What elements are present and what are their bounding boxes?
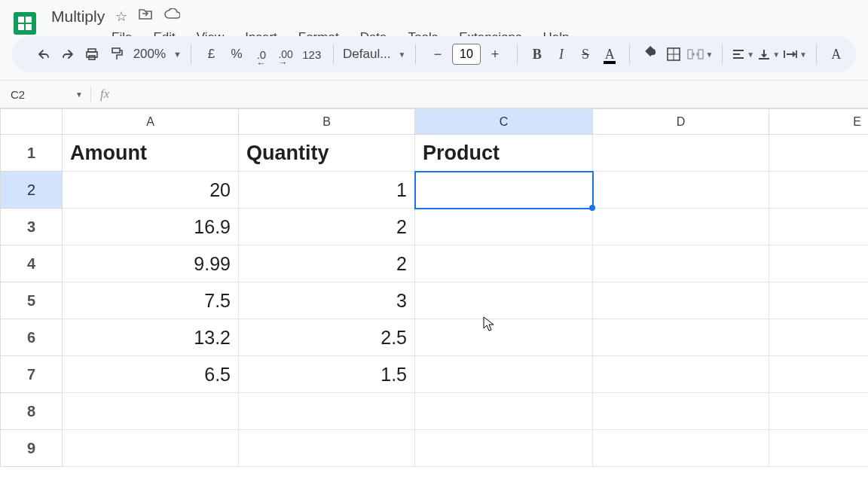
cell-D5[interactable] (593, 282, 769, 319)
toolbar-divider (333, 44, 334, 64)
column-header-A[interactable]: A (63, 109, 239, 135)
undo-button[interactable] (33, 41, 54, 67)
star-icon[interactable]: ☆ (115, 8, 127, 25)
cell-B7[interactable]: 1.5 (239, 356, 415, 393)
bold-button[interactable]: B (527, 41, 548, 67)
cell-A3[interactable]: 16.9 (63, 209, 239, 246)
cell-C9[interactable] (415, 430, 593, 467)
cell-E3[interactable] (769, 209, 869, 246)
cell-C2[interactable] (415, 172, 593, 209)
paint-format-button[interactable] (105, 41, 127, 67)
cell-D4[interactable] (593, 246, 769, 282)
cell-C6[interactable] (415, 319, 593, 356)
column-header-B[interactable]: B (239, 109, 415, 135)
svg-rect-3 (112, 48, 120, 53)
cell-E8[interactable] (769, 393, 869, 430)
cell-D9[interactable] (593, 430, 769, 467)
cell-E7[interactable] (769, 356, 869, 393)
name-box-caret-icon[interactable]: ▼ (68, 90, 90, 99)
column-header-D[interactable]: D (593, 109, 769, 135)
merge-cells-button[interactable]: ▼ (687, 41, 713, 67)
cell-B8[interactable] (239, 393, 415, 430)
spreadsheet-grid[interactable]: ABCDE1AmountQuantityProduct2201316.9249.… (0, 108, 868, 488)
cell-C4[interactable] (415, 246, 593, 282)
cell-B4[interactable]: 2 (239, 246, 415, 282)
strikethrough-button[interactable]: S (575, 41, 596, 67)
cell-B2[interactable]: 1 (239, 172, 415, 209)
cell-D6[interactable] (593, 319, 769, 356)
row-header-7[interactable]: 7 (1, 356, 63, 393)
increase-decimal-button[interactable]: .00→ (275, 41, 296, 67)
cell-D3[interactable] (593, 209, 769, 246)
row-header-9[interactable]: 9 (1, 430, 63, 467)
app-icon-sheets[interactable] (9, 8, 41, 39)
font-size-input[interactable]: 10 (452, 44, 481, 65)
cell-E1[interactable] (769, 135, 869, 172)
document-title[interactable]: Multiply (51, 8, 105, 26)
row-header-6[interactable]: 6 (1, 319, 63, 356)
redo-button[interactable] (57, 41, 78, 67)
cell-E4[interactable] (769, 246, 869, 282)
cell-A6[interactable]: 13.2 (63, 319, 239, 356)
cell-E9[interactable] (769, 430, 869, 467)
fill-color-button[interactable] (639, 41, 660, 67)
italic-button[interactable]: I (551, 41, 572, 67)
decrease-decimal-button[interactable]: .0← (251, 41, 272, 67)
zoom-caret-icon[interactable]: ▼ (173, 50, 182, 59)
cell-B5[interactable]: 3 (239, 282, 415, 319)
column-header-C[interactable]: C (415, 109, 593, 135)
cell-C8[interactable] (415, 393, 593, 430)
row-header-2[interactable]: 2 (1, 172, 63, 209)
cell-A8[interactable] (63, 393, 239, 430)
text-wrap-button[interactable]: ▼ (783, 41, 807, 67)
row-header-3[interactable]: 3 (1, 209, 63, 246)
name-box[interactable]: C2 (6, 88, 68, 101)
formula-input[interactable] (115, 88, 868, 101)
cell-B6[interactable]: 2.5 (239, 319, 415, 356)
cell-A9[interactable] (63, 430, 239, 467)
cell-E2[interactable] (769, 172, 869, 209)
cell-B9[interactable] (239, 430, 415, 467)
cloud-status-icon[interactable] (164, 8, 180, 25)
decrease-font-size-button[interactable]: − (425, 41, 451, 67)
percent-format-button[interactable]: % (225, 41, 248, 67)
cell-D8[interactable] (593, 393, 769, 430)
cell-D2[interactable] (593, 172, 769, 209)
cell-D7[interactable] (593, 356, 769, 393)
row-header-5[interactable]: 5 (1, 282, 63, 319)
row-header-1[interactable]: 1 (1, 135, 63, 172)
currency-format-button[interactable]: £ (200, 41, 223, 67)
row-header-4[interactable]: 4 (1, 246, 63, 282)
horizontal-align-button[interactable]: ▼ (732, 41, 754, 67)
toolbar-divider (816, 44, 817, 64)
more-options-button[interactable]: A (826, 41, 847, 67)
text-color-button[interactable]: A (599, 41, 620, 67)
font-family-dropdown[interactable]: Defaul... ▼ (343, 47, 406, 62)
vertical-align-button[interactable]: ▼ (757, 41, 780, 67)
cell-C5[interactable] (415, 282, 593, 319)
row-header-8[interactable]: 8 (1, 393, 63, 430)
cell-A5[interactable]: 7.5 (63, 282, 239, 319)
zoom-dropdown[interactable]: 200% (130, 47, 169, 62)
cell-C1[interactable]: Product (415, 135, 593, 172)
toolbar-divider (191, 44, 191, 64)
print-button[interactable] (81, 41, 102, 67)
toolbar-divider (517, 44, 518, 64)
cell-B1[interactable]: Quantity (239, 135, 415, 172)
cell-C7[interactable] (415, 356, 593, 393)
cell-A4[interactable]: 9.99 (63, 246, 239, 282)
toolbar: 200% ▼ £ % .0← .00→ 123 Defaul... ▼ − 10… (12, 36, 856, 72)
column-header-E[interactable]: E (769, 109, 869, 135)
borders-button[interactable] (663, 41, 684, 67)
move-icon[interactable] (138, 8, 153, 25)
cell-B3[interactable]: 2 (239, 209, 415, 246)
cell-D1[interactable] (593, 135, 769, 172)
cell-C3[interactable] (415, 209, 593, 246)
cell-A1[interactable]: Amount (63, 135, 239, 172)
cell-E5[interactable] (769, 282, 869, 319)
cell-A7[interactable]: 6.5 (63, 356, 239, 393)
cell-E6[interactable] (769, 319, 869, 356)
more-formats-button[interactable]: 123 (299, 41, 324, 67)
cell-A2[interactable]: 20 (63, 172, 239, 209)
increase-font-size-button[interactable]: + (482, 41, 508, 67)
